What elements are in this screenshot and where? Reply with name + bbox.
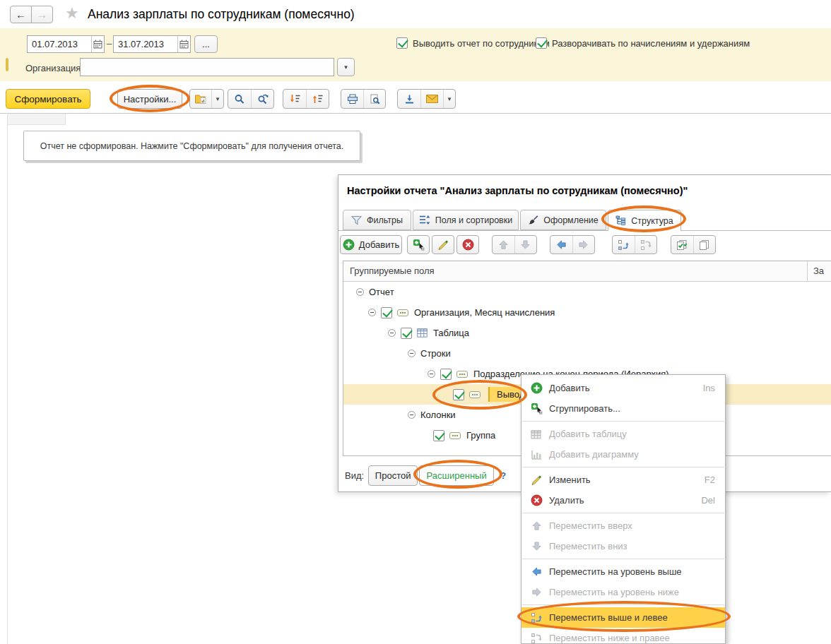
view-simple-button[interactable]: Простой	[368, 465, 418, 486]
move-diagonal-group	[612, 235, 657, 254]
export-dropdown[interactable]: ▾	[443, 90, 455, 108]
settings-button[interactable]: Настройки...	[117, 89, 182, 109]
arrow-up-disabled-icon	[530, 520, 543, 531]
brush-icon	[528, 215, 538, 225]
view-label: Вид:	[345, 470, 364, 481]
print-button[interactable]	[341, 90, 363, 108]
checkbox-checked-icon[interactable]	[381, 307, 392, 318]
delete-icon	[530, 494, 543, 506]
search-group	[228, 89, 274, 109]
tree-header-col2: За	[807, 261, 831, 282]
arrow-right-disabled-icon	[530, 587, 543, 597]
date-from-input[interactable]	[28, 36, 91, 52]
help-icon[interactable]: ?	[500, 470, 506, 481]
show-by-employees-option[interactable]: Выводить отчет по сотрудникам	[396, 37, 550, 49]
collapse-icon[interactable]	[408, 411, 416, 419]
menu-item-group[interactable]: Сгруппировать...	[521, 398, 725, 419]
tree-row-label: Организация, Месяц начисления	[414, 307, 555, 318]
move-level-group	[550, 235, 595, 254]
shortcut-label: Ins	[703, 383, 715, 393]
add-icon	[530, 382, 543, 394]
move-up-left-button[interactable]	[613, 236, 635, 254]
group-button[interactable]	[407, 235, 430, 254]
menu-item-add[interactable]: Добавить Ins	[521, 378, 725, 398]
move-down-right-disabled-icon	[530, 633, 543, 644]
delete-button[interactable]	[456, 235, 479, 254]
tabs-baseline	[338, 230, 831, 231]
menu-item-delete[interactable]: Удалить Del	[521, 490, 725, 511]
tree-row[interactable]: Отчет	[343, 282, 831, 302]
print-preview-button[interactable]	[363, 90, 385, 108]
uncheck-all-button[interactable]	[693, 236, 715, 254]
context-menu: Добавить Ins Сгруппировать... Добавить т…	[521, 374, 726, 644]
sort-ascending-button[interactable]	[306, 90, 329, 108]
expand-by-accruals-option[interactable]: Разворачивать по начислениям и удержания…	[536, 37, 750, 49]
organization-label: Организация:	[25, 63, 83, 73]
period-more-button[interactable]: ...	[194, 35, 218, 53]
tree-row[interactable]: Таблица	[343, 323, 831, 343]
move-level-up-button[interactable]	[550, 236, 572, 254]
report-variants-button[interactable]	[190, 90, 211, 108]
report-variants-group: ▾	[189, 89, 224, 109]
tree-header: Группируемые поля За	[343, 261, 831, 282]
move-down-right-disabled-icon	[640, 239, 652, 251]
collapse-icon[interactable]	[428, 370, 435, 378]
menu-item-edit[interactable]: Изменить F2	[521, 470, 725, 490]
checkbox-checked-icon[interactable]	[401, 328, 412, 339]
checkbox-checked-icon[interactable]	[453, 389, 464, 400]
edit-button[interactable]	[432, 235, 454, 254]
move-up-button	[493, 236, 514, 254]
tree-row-label: Таблица	[433, 328, 469, 338]
collapse-icon[interactable]	[368, 309, 376, 316]
favorite-star-icon[interactable]: ★	[65, 4, 79, 23]
move-up-left-icon	[530, 612, 543, 624]
menu-item-move-up-left[interactable]: Переместить выше и левее	[521, 607, 725, 628]
view-advanced-button[interactable]: Расширенный	[419, 465, 494, 486]
collapse-icon[interactable]	[388, 329, 396, 337]
group-icon	[530, 402, 543, 415]
collapse-icon[interactable]	[356, 288, 364, 296]
delete-icon	[462, 239, 474, 251]
send-mail-button[interactable]	[420, 90, 443, 108]
organization-checkbox[interactable]	[6, 58, 8, 71]
tree-row[interactable]: Организация, Месяц начисления	[343, 302, 831, 323]
collapse-icon[interactable]	[408, 350, 416, 357]
find-button[interactable]	[228, 90, 251, 108]
organization-dropdown-button[interactable]: ▾	[337, 58, 355, 76]
sort-descending-button[interactable]	[283, 90, 306, 108]
tree-header-grouping-fields: Группируемые поля	[343, 261, 831, 281]
checkbox-checked-icon[interactable]	[433, 430, 444, 441]
cancel-search-button[interactable]	[251, 90, 273, 108]
menu-item-move-up: Переместить вверх	[521, 515, 725, 536]
add-button[interactable]: Добавить	[340, 235, 402, 254]
add-button-label: Добавить	[359, 239, 399, 250]
group-icon	[413, 239, 425, 251]
check-all-button[interactable]	[671, 236, 693, 254]
date-to-input[interactable]	[114, 36, 177, 52]
arrow-right-disabled-icon	[578, 239, 589, 250]
expand-by-accruals-label: Разворачивать по начислениям и удержания…	[552, 38, 750, 49]
tab-appearance[interactable]: Оформление	[520, 210, 606, 230]
tab-filters[interactable]: Фильтры	[343, 210, 411, 230]
generate-button[interactable]: Сформировать	[6, 89, 90, 109]
menu-item-add-chart: Добавить диаграмму	[521, 444, 725, 465]
sort-descending-icon	[289, 93, 301, 105]
back-arrow-icon: ←	[16, 8, 26, 20]
move-down-right-button	[635, 236, 656, 254]
checkbox-checked-icon[interactable]	[440, 369, 452, 380]
back-button[interactable]: ←	[10, 6, 32, 23]
calendar-to-button[interactable]	[177, 36, 190, 52]
menu-item-move-level-up[interactable]: Переместить на уровень выше	[521, 561, 725, 582]
organization-input[interactable]	[81, 59, 334, 76]
calendar-from-button[interactable]	[91, 36, 104, 52]
save-file-button[interactable]	[398, 90, 420, 108]
shortcut-label: F2	[705, 475, 715, 485]
report-variants-dropdown[interactable]: ▾	[211, 90, 223, 108]
envelope-icon	[426, 95, 438, 103]
tab-structure[interactable]: Структура	[608, 210, 681, 231]
shortcut-label: Del	[701, 495, 715, 506]
field-icon	[456, 371, 468, 378]
forward-button[interactable]: →	[31, 6, 53, 23]
tab-fields-sorting[interactable]: Поля и сортировки	[413, 210, 519, 230]
tree-row[interactable]: Строки	[343, 343, 831, 364]
